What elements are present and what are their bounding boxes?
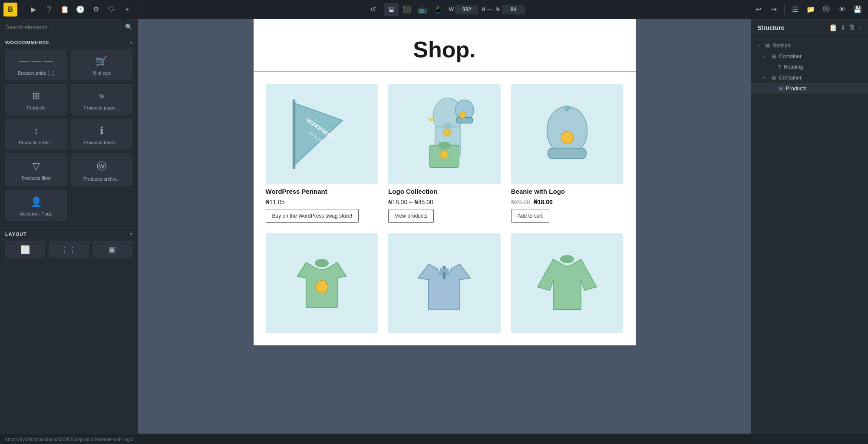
toolbar-center: ↺ 🖥 ⬛ 📺 📱 W H — % xyxy=(142,3,749,17)
layout-section: LAYOUT ▾ ⬜ ⋮⋮ ▣ xyxy=(0,226,138,263)
layout-section-header[interactable]: LAYOUT ▾ xyxy=(0,227,138,241)
preview-button[interactable]: 👁 xyxy=(835,3,849,17)
products-filter-element[interactable]: ▽ Products filter xyxy=(5,153,67,186)
product-price-beanie: ₦20.00 ₦18.00 xyxy=(511,199,624,205)
layout-sidebar-card[interactable]: ▣ xyxy=(92,241,132,258)
section-chevron: ▾ xyxy=(757,43,762,48)
wp-button[interactable]: ⓦ xyxy=(819,3,833,17)
layout-grid: ⬜ ⋮⋮ ▣ xyxy=(0,241,138,258)
help-tool[interactable]: ? xyxy=(42,3,56,17)
product-image-beanie xyxy=(511,84,624,184)
container-1-chevron: ▾ xyxy=(763,54,769,59)
woocommerce-label: WOOCOMMERCE xyxy=(5,40,50,45)
products-element-card[interactable]: ⊞ Products xyxy=(5,84,67,115)
grid-button[interactable]: ☰ xyxy=(788,3,802,17)
breadcrumbs-label: Breadcrumbs (...) xyxy=(18,70,55,76)
add-structure-icon[interactable]: + xyxy=(858,23,862,32)
save-button[interactable]: 💾 xyxy=(851,3,865,17)
product-price-logo: ₦18.00 – ₦45.00 xyxy=(388,199,501,205)
status-url[interactable]: https://try.bricksbuilder.io/t2595550/pr… xyxy=(5,437,134,442)
delete-structure-icon[interactable]: 🗑 xyxy=(848,23,855,32)
percent-input[interactable] xyxy=(502,5,525,14)
pennant-svg: WORDPRESS EST ⓦ ORG xyxy=(287,95,356,173)
search-input[interactable] xyxy=(5,24,122,30)
layout-section-icon: ⬜ xyxy=(20,245,30,255)
breadcrumbs-element[interactable]: — — — Breadcrumbs (...) xyxy=(5,49,67,80)
width-input-group: W xyxy=(449,5,478,14)
svg-point-17 xyxy=(561,132,574,144)
tree-item-section[interactable]: ▾ ▣ Section xyxy=(751,40,868,51)
products-total-element[interactable]: ℹ Products total r... xyxy=(71,119,133,150)
refresh-button[interactable]: ↺ xyxy=(366,3,380,17)
products-pagination-label: Products pagin... xyxy=(83,105,119,110)
product-image-tshirt xyxy=(266,233,378,333)
canvas-frame: Shop. WORDPRESS EST ⓦ ORG WordPress Penn… xyxy=(254,19,636,345)
layout-sidebar-icon: ▣ xyxy=(109,245,116,255)
settings-tool[interactable]: ⚙ xyxy=(89,3,103,17)
products-order-element[interactable]: ↕ Products order... xyxy=(5,119,67,150)
account-page-element[interactable]: 👤 Account - Page xyxy=(5,190,67,221)
products-archive-element[interactable]: ⓦ Products archiv... xyxy=(71,153,133,186)
tree-item-container-2[interactable]: ▾ ▣ Container xyxy=(751,72,868,83)
product-image-pennant: WORDPRESS EST ⓦ ORG xyxy=(266,84,378,184)
account-page-icon: 👤 xyxy=(30,196,42,208)
tablet-button[interactable]: 📺 xyxy=(415,3,430,16)
folder-button[interactable]: 📁 xyxy=(804,3,818,17)
undo-button[interactable]: ↩ xyxy=(751,3,765,17)
buy-wordpress-swag-button[interactable]: Buy on the WordPress swag store! xyxy=(266,209,359,223)
logo-button[interactable]: B xyxy=(3,3,17,17)
add-to-cart-button[interactable]: Add to cart xyxy=(511,209,549,223)
layout-columns-icon: ⋮⋮ xyxy=(61,245,76,255)
products-tree-icon: ▣ xyxy=(778,85,783,92)
products-total-icon: ℹ xyxy=(100,125,103,136)
product-name-beanie: Beanie with Logo xyxy=(511,188,624,195)
svg-point-20 xyxy=(315,259,329,267)
layout-chevron: ▾ xyxy=(130,231,132,237)
layout-section-card[interactable]: ⬜ xyxy=(5,241,45,258)
canvas-area[interactable]: Shop. WORDPRESS EST ⓦ ORG WordPress Penn… xyxy=(138,19,751,434)
products-label: Products xyxy=(27,105,46,110)
container-2-chevron: ▾ xyxy=(763,75,769,80)
shop-header: Shop. xyxy=(254,19,636,72)
products-pagination-icon: » xyxy=(99,90,104,102)
section-label: Section xyxy=(773,43,790,49)
history-tool[interactable]: 🕐 xyxy=(73,3,87,17)
add-tool[interactable]: + xyxy=(120,3,134,17)
desktop-button[interactable]: 🖥 xyxy=(384,3,399,16)
account-page-label: Account - Page xyxy=(20,211,53,216)
view-products-button[interactable]: View products xyxy=(388,209,434,223)
mini-cart-icon: 🛒 xyxy=(96,56,107,67)
tablet-landscape-button[interactable]: ⬛ xyxy=(399,3,414,16)
product-card-pennant: WORDPRESS EST ⓦ ORG WordPress Pennant ₦1… xyxy=(261,79,383,228)
width-input[interactable] xyxy=(455,5,478,14)
products-pagination-element[interactable]: » Products pagin... xyxy=(71,84,133,115)
select-tool[interactable]: ▶ xyxy=(26,3,40,17)
products-filter-icon: ▽ xyxy=(33,161,40,172)
device-group: 🖥 ⬛ 📺 📱 xyxy=(384,3,446,16)
tree-item-container-1[interactable]: ▾ ▣ Container xyxy=(751,51,868,62)
status-bar: https://try.bricksbuilder.io/t2595550/pr… xyxy=(0,434,868,444)
price-new-beanie: ₦18.00 xyxy=(534,199,553,205)
shield-tool[interactable]: 🛡 xyxy=(105,3,119,17)
download-structure-icon[interactable]: ⬇ xyxy=(840,23,846,32)
products-icon: ⊞ xyxy=(32,90,40,102)
mobile-button[interactable]: 📱 xyxy=(431,3,446,16)
svg-rect-16 xyxy=(548,148,586,159)
product-image-logo xyxy=(388,84,501,184)
tree-item-products[interactable]: ▣ Products xyxy=(751,83,868,94)
percent-label: % xyxy=(496,7,501,13)
woocommerce-chevron: ▾ xyxy=(130,40,132,46)
mini-cart-element[interactable]: 🛒 Mini cart xyxy=(71,49,133,80)
layout-columns-card[interactable]: ⋮⋮ xyxy=(49,241,89,258)
copy-tool[interactable]: 📋 xyxy=(58,3,72,17)
width-label: W xyxy=(449,7,454,13)
tree-item-heading[interactable]: T Heading xyxy=(751,62,868,72)
redo-button[interactable]: ↪ xyxy=(767,3,781,17)
svg-point-24 xyxy=(560,255,574,263)
search-bar: 🔍 xyxy=(0,19,138,35)
toolbar-sep-3 xyxy=(784,4,785,15)
toolbar-sep-2 xyxy=(138,4,138,15)
right-panel-icons: 📋 ⬇ 🗑 + xyxy=(829,23,862,32)
woocommerce-section-header[interactable]: WOOCOMMERCE ▾ xyxy=(0,35,138,49)
copy-structure-icon[interactable]: 📋 xyxy=(829,23,838,32)
